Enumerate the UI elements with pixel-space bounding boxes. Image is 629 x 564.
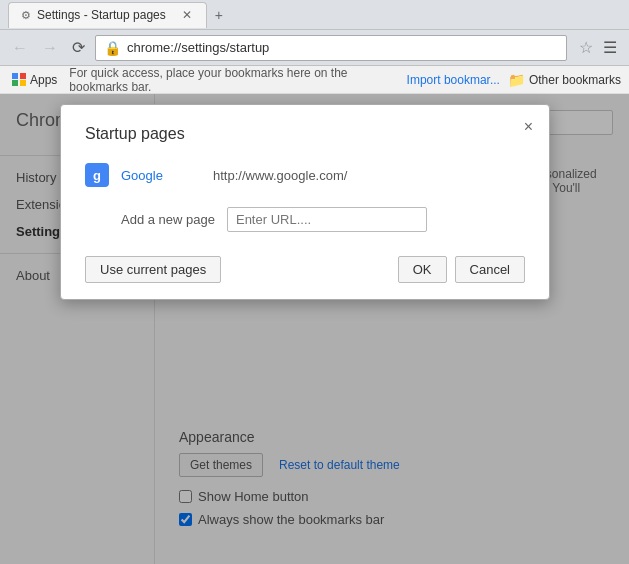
new-tab-button[interactable]: + <box>207 3 231 27</box>
apps-label: Apps <box>30 73 57 87</box>
url-input[interactable] <box>227 207 427 232</box>
forward-button[interactable]: → <box>38 37 62 59</box>
add-page-label: Add a new page <box>85 212 215 227</box>
tab-label: Settings - Startup pages <box>37 8 166 22</box>
google-site-name[interactable]: Google <box>121 168 201 183</box>
dialog-title: Startup pages <box>85 125 525 143</box>
page: Chrome History Extensions Settings About… <box>0 94 629 564</box>
google-icon: g <box>85 163 109 187</box>
refresh-button[interactable]: ⟳ <box>68 36 89 59</box>
other-bookmarks-button[interactable]: 📁 Other bookmarks <box>508 72 621 88</box>
nav-bar: ← → ⟳ 🔒 chrome://settings/startup ☆ ☰ <box>0 30 629 66</box>
title-bar: ⚙ Settings - Startup pages ✕ + <box>0 0 629 30</box>
bookmark-star-button[interactable]: ☆ <box>579 38 593 57</box>
address-bar: 🔒 chrome://settings/startup <box>95 35 567 61</box>
dialog-ok-cancel-group: OK Cancel <box>398 256 525 283</box>
apps-button[interactable]: Apps <box>8 71 61 89</box>
google-site-url: http://www.google.com/ <box>213 168 347 183</box>
folder-icon: 📁 <box>508 72 525 88</box>
dialog-close-button[interactable]: × <box>520 117 537 137</box>
apps-icon <box>12 73 26 87</box>
ok-button[interactable]: OK <box>398 256 447 283</box>
startup-list: g Google http://www.google.com/ <box>85 159 525 191</box>
add-page-row: Add a new page <box>85 203 525 236</box>
tab-icon: ⚙ <box>21 9 31 22</box>
dialog-footer: Use current pages OK Cancel <box>85 256 525 283</box>
browser-tab[interactable]: ⚙ Settings - Startup pages ✕ <box>8 2 207 28</box>
modal-overlay: Startup pages × g Google http://www.goog… <box>0 94 629 564</box>
import-bookmarks-link[interactable]: Import bookmar... <box>407 73 500 87</box>
lock-icon: 🔒 <box>104 40 121 56</box>
other-bookmarks-label: Other bookmarks <box>529 73 621 87</box>
startup-pages-dialog: Startup pages × g Google http://www.goog… <box>60 104 550 300</box>
bookmarks-hint: For quick access, place your bookmarks h… <box>69 66 398 94</box>
bookmarks-bar: Apps For quick access, place your bookma… <box>0 66 629 94</box>
tab-close-button[interactable]: ✕ <box>180 8 194 22</box>
startup-row-google: g Google http://www.google.com/ <box>85 159 525 191</box>
back-button[interactable]: ← <box>8 37 32 59</box>
url-text: chrome://settings/startup <box>127 40 269 55</box>
use-current-pages-button[interactable]: Use current pages <box>85 256 221 283</box>
chrome-menu-button[interactable]: ☰ <box>599 36 621 59</box>
cancel-button[interactable]: Cancel <box>455 256 525 283</box>
